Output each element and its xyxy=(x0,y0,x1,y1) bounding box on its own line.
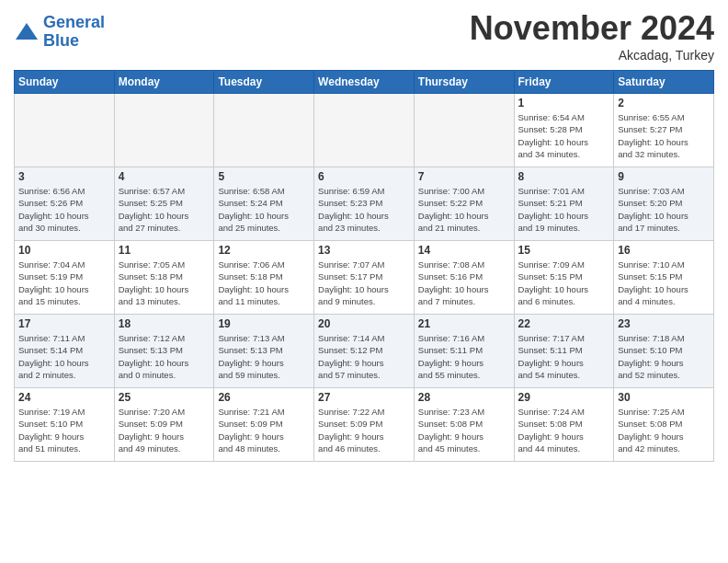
week-row-1: 3Sunrise: 6:56 AM Sunset: 5:26 PM Daylig… xyxy=(15,167,714,241)
day-info: Sunrise: 7:06 AM Sunset: 5:18 PM Dayligh… xyxy=(218,259,310,307)
day-info: Sunrise: 6:57 AM Sunset: 5:25 PM Dayligh… xyxy=(119,185,210,234)
day-number: 23 xyxy=(618,317,710,330)
day-number: 4 xyxy=(119,170,210,183)
calendar-cell: 4Sunrise: 6:57 AM Sunset: 5:25 PM Daylig… xyxy=(114,167,214,241)
weekday-header-row: SundayMondayTuesdayWednesdayThursdayFrid… xyxy=(15,71,714,94)
calendar-cell: 6Sunrise: 6:59 AM Sunset: 5:23 PM Daylig… xyxy=(314,167,415,241)
week-row-4: 24Sunrise: 7:19 AM Sunset: 5:10 PM Dayli… xyxy=(15,388,714,462)
calendar-cell xyxy=(15,94,115,167)
calendar-cell: 2Sunrise: 6:55 AM Sunset: 5:27 PM Daylig… xyxy=(614,94,714,167)
day-info: Sunrise: 7:23 AM Sunset: 5:08 PM Dayligh… xyxy=(418,406,510,454)
logo: General Blue xyxy=(14,14,105,51)
calendar-cell xyxy=(414,94,514,167)
weekday-header-wednesday: Wednesday xyxy=(314,71,415,94)
calendar-cell xyxy=(214,94,314,167)
weekday-header-friday: Friday xyxy=(514,71,614,94)
day-info: Sunrise: 7:01 AM Sunset: 5:21 PM Dayligh… xyxy=(518,185,610,234)
day-info: Sunrise: 6:59 AM Sunset: 5:23 PM Dayligh… xyxy=(318,185,410,234)
day-info: Sunrise: 7:11 AM Sunset: 5:14 PM Dayligh… xyxy=(18,332,110,381)
logo-text: General Blue xyxy=(43,14,105,51)
logo-icon xyxy=(14,19,40,45)
calendar-cell xyxy=(114,94,214,167)
day-info: Sunrise: 7:07 AM Sunset: 5:17 PM Dayligh… xyxy=(318,259,410,307)
weekday-header-sunday: Sunday xyxy=(15,71,115,94)
logo-line1: General xyxy=(43,13,105,31)
week-row-2: 10Sunrise: 7:04 AM Sunset: 5:19 PM Dayli… xyxy=(15,241,714,315)
day-info: Sunrise: 6:54 AM Sunset: 5:28 PM Dayligh… xyxy=(518,111,610,160)
day-number: 19 xyxy=(218,317,310,330)
calendar-cell: 1Sunrise: 6:54 AM Sunset: 5:28 PM Daylig… xyxy=(514,94,614,167)
day-info: Sunrise: 7:10 AM Sunset: 5:15 PM Dayligh… xyxy=(618,259,710,307)
calendar-cell: 15Sunrise: 7:09 AM Sunset: 5:15 PM Dayli… xyxy=(514,241,614,315)
calendar-cell: 16Sunrise: 7:10 AM Sunset: 5:15 PM Dayli… xyxy=(614,241,714,315)
calendar-table: SundayMondayTuesdayWednesdayThursdayFrid… xyxy=(14,70,714,462)
day-number: 20 xyxy=(318,317,410,330)
calendar-cell: 20Sunrise: 7:14 AM Sunset: 5:12 PM Dayli… xyxy=(314,315,415,388)
day-info: Sunrise: 7:22 AM Sunset: 5:09 PM Dayligh… xyxy=(318,406,410,454)
calendar-cell: 10Sunrise: 7:04 AM Sunset: 5:19 PM Dayli… xyxy=(15,241,115,315)
calendar-body: 1Sunrise: 6:54 AM Sunset: 5:28 PM Daylig… xyxy=(15,94,714,462)
day-number: 15 xyxy=(518,244,610,257)
day-number: 26 xyxy=(218,391,310,404)
month-title: November 2024 xyxy=(470,9,714,48)
calendar-cell: 23Sunrise: 7:18 AM Sunset: 5:10 PM Dayli… xyxy=(614,315,714,388)
day-info: Sunrise: 7:05 AM Sunset: 5:18 PM Dayligh… xyxy=(119,259,210,307)
day-info: Sunrise: 7:24 AM Sunset: 5:08 PM Dayligh… xyxy=(518,406,610,454)
day-info: Sunrise: 7:16 AM Sunset: 5:11 PM Dayligh… xyxy=(418,332,510,381)
calendar-cell xyxy=(314,94,415,167)
day-info: Sunrise: 7:18 AM Sunset: 5:10 PM Dayligh… xyxy=(618,332,710,381)
day-number: 24 xyxy=(18,391,110,404)
weekday-header-thursday: Thursday xyxy=(414,71,514,94)
day-info: Sunrise: 7:13 AM Sunset: 5:13 PM Dayligh… xyxy=(218,332,310,381)
week-row-0: 1Sunrise: 6:54 AM Sunset: 5:28 PM Daylig… xyxy=(15,94,714,167)
day-number: 10 xyxy=(18,244,110,257)
day-number: 16 xyxy=(618,244,710,257)
week-row-3: 17Sunrise: 7:11 AM Sunset: 5:14 PM Dayli… xyxy=(15,315,714,388)
calendar-cell: 29Sunrise: 7:24 AM Sunset: 5:08 PM Dayli… xyxy=(514,388,614,462)
day-info: Sunrise: 6:56 AM Sunset: 5:26 PM Dayligh… xyxy=(18,185,110,234)
day-info: Sunrise: 7:20 AM Sunset: 5:09 PM Dayligh… xyxy=(119,406,210,454)
day-info: Sunrise: 7:12 AM Sunset: 5:13 PM Dayligh… xyxy=(119,332,210,381)
day-number: 2 xyxy=(618,97,710,109)
calendar-cell: 9Sunrise: 7:03 AM Sunset: 5:20 PM Daylig… xyxy=(614,167,714,241)
weekday-header-saturday: Saturday xyxy=(614,71,714,94)
day-number: 22 xyxy=(518,317,610,330)
calendar-cell: 28Sunrise: 7:23 AM Sunset: 5:08 PM Dayli… xyxy=(414,388,514,462)
calendar-cell: 21Sunrise: 7:16 AM Sunset: 5:11 PM Dayli… xyxy=(414,315,514,388)
calendar-cell: 24Sunrise: 7:19 AM Sunset: 5:10 PM Dayli… xyxy=(15,388,115,462)
day-number: 13 xyxy=(318,244,410,257)
day-number: 18 xyxy=(119,317,210,330)
day-info: Sunrise: 6:55 AM Sunset: 5:27 PM Dayligh… xyxy=(618,111,710,160)
day-number: 25 xyxy=(119,391,210,404)
logo-line2: Blue xyxy=(43,31,79,50)
day-number: 12 xyxy=(218,244,310,257)
day-info: Sunrise: 7:03 AM Sunset: 5:20 PM Dayligh… xyxy=(618,185,710,234)
calendar-cell: 8Sunrise: 7:01 AM Sunset: 5:21 PM Daylig… xyxy=(514,167,614,241)
calendar-cell: 7Sunrise: 7:00 AM Sunset: 5:22 PM Daylig… xyxy=(414,167,514,241)
day-number: 30 xyxy=(618,391,710,404)
calendar-cell: 25Sunrise: 7:20 AM Sunset: 5:09 PM Dayli… xyxy=(114,388,214,462)
calendar-cell: 14Sunrise: 7:08 AM Sunset: 5:16 PM Dayli… xyxy=(414,241,514,315)
day-number: 1 xyxy=(518,97,610,109)
day-info: Sunrise: 7:00 AM Sunset: 5:22 PM Dayligh… xyxy=(418,185,510,234)
day-info: Sunrise: 7:14 AM Sunset: 5:12 PM Dayligh… xyxy=(318,332,410,381)
day-info: Sunrise: 7:04 AM Sunset: 5:19 PM Dayligh… xyxy=(18,259,110,307)
calendar-cell: 22Sunrise: 7:17 AM Sunset: 5:11 PM Dayli… xyxy=(514,315,614,388)
calendar-cell: 3Sunrise: 6:56 AM Sunset: 5:26 PM Daylig… xyxy=(15,167,115,241)
day-number: 28 xyxy=(418,391,510,404)
title-area: November 2024 Akcadag, Turkey xyxy=(470,9,714,63)
day-info: Sunrise: 7:17 AM Sunset: 5:11 PM Dayligh… xyxy=(518,332,610,381)
calendar-cell: 18Sunrise: 7:12 AM Sunset: 5:13 PM Dayli… xyxy=(114,315,214,388)
weekday-header-tuesday: Tuesday xyxy=(214,71,314,94)
day-number: 8 xyxy=(518,170,610,183)
location: Akcadag, Turkey xyxy=(470,48,714,63)
day-number: 29 xyxy=(518,391,610,404)
day-info: Sunrise: 6:58 AM Sunset: 5:24 PM Dayligh… xyxy=(218,185,310,234)
day-number: 9 xyxy=(618,170,710,183)
calendar-cell: 13Sunrise: 7:07 AM Sunset: 5:17 PM Dayli… xyxy=(314,241,415,315)
calendar-cell: 17Sunrise: 7:11 AM Sunset: 5:14 PM Dayli… xyxy=(15,315,115,388)
calendar-cell: 11Sunrise: 7:05 AM Sunset: 5:18 PM Dayli… xyxy=(114,241,214,315)
calendar-cell: 27Sunrise: 7:22 AM Sunset: 5:09 PM Dayli… xyxy=(314,388,415,462)
day-number: 7 xyxy=(418,170,510,183)
day-number: 3 xyxy=(18,170,110,183)
